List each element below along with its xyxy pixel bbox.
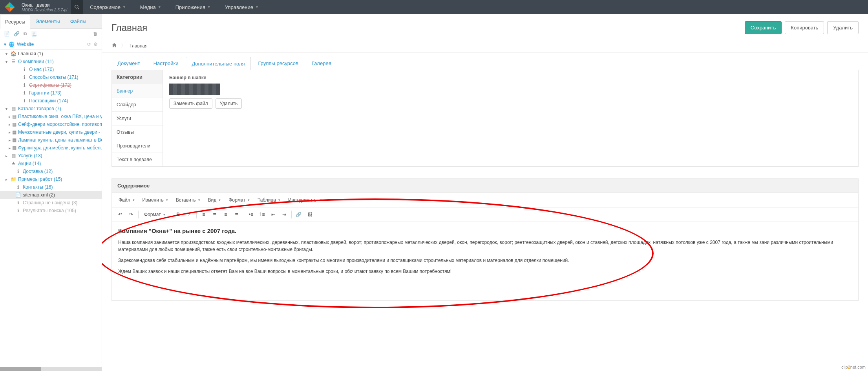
topmenu-Приложения[interactable]: Приложения▼ (168, 0, 218, 14)
home-icon[interactable] (111, 42, 117, 49)
rich-text-editor: Файл▾Изменить▾Вставить▾Вид▾Формат▾Таблиц… (111, 193, 859, 301)
tree-node[interactable]: ▸▦Сейф-двери морозостойкие, противопожар… (0, 120, 102, 128)
tree-node[interactable]: ℹРезультаты поиска (105) (0, 207, 102, 215)
tree-node[interactable]: ▾🏠Главная (1) (0, 50, 102, 58)
copy-button[interactable]: Копировать (785, 21, 824, 34)
search-icon[interactable] (71, 0, 83, 14)
category-item[interactable]: Баннер (112, 84, 163, 98)
gear-icon[interactable]: ⚙ (93, 42, 98, 47)
italic-icon[interactable]: I (184, 210, 194, 219)
bullet-list-icon[interactable]: •≡ (246, 210, 256, 219)
category-item[interactable]: Текст в подвале (112, 153, 163, 166)
indent-icon[interactable]: ⇥ (279, 210, 289, 219)
tree-node[interactable]: ℹСпособы оплаты (171) (0, 73, 102, 81)
sidebar-tab-Элементы[interactable]: Элементы (30, 14, 65, 28)
link-icon[interactable]: 🔗 (294, 210, 304, 219)
sidebar-tabs: РесурсыЭлементыФайлы (0, 14, 102, 29)
redo-icon[interactable]: ↷ (126, 210, 136, 219)
editor-menu-Изменить[interactable]: Изменить▾ (139, 195, 172, 205)
outdent-icon[interactable]: ⇤ (268, 210, 278, 219)
bold-icon[interactable]: B (173, 210, 183, 219)
tree-node[interactable]: ℹДоставка (12) (0, 167, 102, 175)
tree-node[interactable]: ℹО нас (170) (0, 65, 102, 73)
editor-menu-Инструменты[interactable]: Инструменты▾ (285, 195, 325, 205)
watermark: clip2net.com (841, 365, 866, 369)
sidebar-toolbar: 📄 🔗 ⧉ 📃 🗑 (0, 29, 102, 39)
refresh-icon[interactable]: ⟳ (87, 42, 91, 47)
tree-node[interactable]: ℹСертификаты (172) (0, 81, 102, 89)
delete-button[interactable]: Удалить (827, 21, 859, 34)
topmenu-Содержимое[interactable]: Содержимое▼ (83, 0, 133, 14)
link-icon[interactable]: 🔗 (14, 31, 20, 36)
tree-horizontal-scrollbar[interactable] (0, 367, 102, 371)
page-header: Главная Сохранить Копировать Удалить (102, 14, 868, 39)
tv-panel: Категории БаннерСлайдерУслугиОтзывыПроиз… (111, 70, 859, 167)
doc-tab-0[interactable]: Документ (111, 56, 146, 70)
category-header: Категории (112, 70, 163, 84)
site-name: Окна+ двери (22, 2, 67, 8)
modx-logo[interactable] (0, 0, 20, 14)
editor-menu-Вставить[interactable]: Вставить▾ (172, 195, 204, 205)
align-right-icon[interactable]: ≡ (221, 210, 231, 219)
align-center-icon[interactable]: ≣ (210, 210, 220, 219)
content-paragraph: Ждем Ваших заявок и наши специалисты отв… (118, 268, 852, 275)
content-paragraph: Наша компания занимается производством: … (118, 239, 852, 253)
align-left-icon[interactable]: ≡ (199, 210, 209, 219)
category-item[interactable]: Отзывы (112, 125, 163, 139)
tree-node[interactable]: ▸▦Межкомнатные двери, купить двери - цен… (0, 128, 102, 136)
image-icon[interactable]: 🖼 (305, 210, 315, 219)
tree-node[interactable]: ▸▦Фурнитура для мебели, купить мебельную… (0, 144, 102, 152)
svg-marker-1 (10, 2, 15, 7)
tree-node[interactable]: ▸▦Пластиковые окна, окна ПВХ, цена и уст… (0, 113, 102, 120)
align-justify-icon[interactable]: ≣ (232, 210, 242, 219)
editor-menu-Вид[interactable]: Вид▾ (205, 195, 225, 205)
tree-node[interactable]: ▸▦Ламинат купить, цены на ламинат в Верх… (0, 136, 102, 144)
sidebar-tab-Ресурсы[interactable]: Ресурсы (0, 15, 30, 29)
sidebar: РесурсыЭлементыФайлы 📄 🔗 ⧉ 📃 🗑 ▾ 🌐 Websi… (0, 14, 102, 371)
context-row[interactable]: ▾ 🌐 Website ⟳ ⚙ (0, 39, 102, 50)
doc-tab-2[interactable]: Дополнительные поля (186, 57, 250, 70)
editor-menu-Файл[interactable]: Файл▾ (115, 195, 138, 205)
new-doc-icon[interactable]: 📄 (4, 31, 10, 36)
tree-node[interactable]: ▾▦Каталог товаров (7) (0, 105, 102, 113)
breadcrumb-separator: 〉 (121, 42, 126, 49)
replace-file-button[interactable]: Заменить файл (169, 98, 212, 109)
category-item[interactable]: Производители (112, 139, 163, 153)
editor-menu-Таблица[interactable]: Таблица▾ (254, 195, 284, 205)
modx-version: MODX Revolution 2.5.7-pl (22, 8, 67, 12)
content-paragraph: Зарекомендовав себя стабильным и надёжны… (118, 257, 852, 264)
tree-node[interactable]: ▾☰О компании (11) (0, 58, 102, 65)
delete-file-button[interactable]: Удалить (216, 98, 242, 109)
topmenu-Медиа[interactable]: Медиа▼ (133, 0, 168, 14)
tree-node[interactable]: ℹГарантии (173) (0, 89, 102, 97)
tree-node[interactable]: ★Акции (14) (0, 160, 102, 167)
topmenu-Управление[interactable]: Управление▼ (218, 0, 266, 14)
number-list-icon[interactable]: 1≡ (257, 210, 267, 219)
category-item[interactable]: Слайдер (112, 98, 163, 111)
editor-menu-Формат[interactable]: Формат▾ (225, 195, 253, 205)
tree-node[interactable]: ▸📁Примеры работ (15) (0, 175, 102, 183)
trash-icon[interactable]: 🗑 (93, 31, 98, 36)
category-item[interactable]: Услуги (112, 111, 163, 125)
banner-thumbnail[interactable] (169, 84, 220, 95)
duplicate-icon[interactable]: ⧉ (24, 31, 27, 36)
tree-node[interactable]: ℹПоставщики (174) (0, 97, 102, 105)
format-dropdown[interactable]: Формат▾ (141, 210, 169, 219)
sidebar-tab-Файлы[interactable]: Файлы (65, 14, 91, 28)
undo-icon[interactable]: ↶ (115, 210, 125, 219)
doc-tab-3[interactable]: Группы ресурсов (252, 56, 304, 70)
category-sidebar: Категории БаннерСлайдерУслугиОтзывыПроиз… (112, 70, 163, 166)
page-icon[interactable]: 📃 (31, 31, 37, 36)
tree-node[interactable]: ℹКонтакты (16) (0, 183, 102, 191)
editor-toolbar: ↶ ↷ Формат▾ B I ≡ ≣ ≡ ≣ •≡ 1≡ ⇤ ⇥ (112, 207, 858, 222)
tree-node[interactable]: ℹСтраница не найдена (3) (0, 199, 102, 207)
editor-body[interactable]: Компания "Окна+" на рынке с 2007 года. Н… (112, 222, 858, 300)
tree-node[interactable]: ▸▦Услуги (13) (0, 152, 102, 160)
category-content: Баннер в шапке Заменить файл Удалить (163, 70, 858, 166)
breadcrumb-current: Главная (130, 43, 148, 49)
doc-tab-4[interactable]: Галерея (306, 56, 337, 70)
doc-tab-1[interactable]: Настройки (148, 56, 185, 70)
tree-node[interactable]: 📄sitemap.xml (2) (0, 191, 102, 199)
save-button[interactable]: Сохранить (745, 21, 782, 34)
resource-tree: ▾🏠Главная (1)▾☰О компании (11)ℹО нас (17… (0, 50, 102, 366)
